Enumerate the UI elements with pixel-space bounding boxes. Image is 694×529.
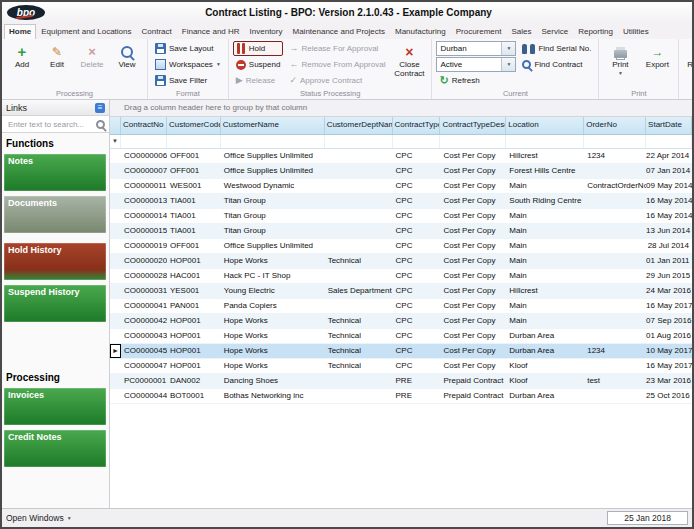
filter-cell-customerdeptname[interactable] <box>325 135 393 148</box>
table-row[interactable]: PC0000001DAN002Dancing ShoesPREPrepaid C… <box>110 374 692 389</box>
row-selector[interactable] <box>110 194 121 208</box>
sidebar-tile-invoices[interactable]: Invoices <box>4 388 106 425</box>
release-for-approval-button[interactable]: → Release For Approval <box>286 41 388 56</box>
tab-manufacturing[interactable]: Manufacturing <box>390 24 451 39</box>
table-row[interactable]: CO0000028HAC001Hack PC - IT ShopCPCCost … <box>110 269 692 284</box>
site-filter-value: Durban <box>440 44 466 53</box>
reports-button[interactable]: Reports ▼ <box>683 41 694 76</box>
filter-cell-contractno[interactable] <box>121 135 167 148</box>
row-selector[interactable] <box>110 389 121 403</box>
find-contract-button[interactable]: Find Contract <box>519 57 594 72</box>
row-selector[interactable] <box>110 239 121 253</box>
close-contract-button[interactable]: × Close Contract <box>391 41 427 79</box>
row-selector[interactable] <box>110 149 121 163</box>
row-selector[interactable] <box>110 224 121 238</box>
tab-procurement[interactable]: Procurement <box>451 24 507 39</box>
table-row[interactable]: CO0000015TIA001Titan GroupCPCCost Per Co… <box>110 224 692 239</box>
row-selector[interactable] <box>110 359 121 373</box>
sidebar-tile-documents[interactable]: Documents <box>4 196 106 233</box>
table-row[interactable]: CO0000042HOP001Hope WorksTechnicalCPCCos… <box>110 314 692 329</box>
print-button[interactable]: Print ▼ <box>603 41 637 76</box>
tab-inventory[interactable]: Inventory <box>245 24 288 39</box>
status-filter-dropdown[interactable]: Active ▼ <box>436 57 516 72</box>
table-row[interactable]: CO0000043HOP001Hope WorksTechnicalCPCCos… <box>110 329 692 344</box>
table-row[interactable]: CO0000031YES001Young ElectricSales Depar… <box>110 284 692 299</box>
tab-reporting[interactable]: Reporting <box>573 24 618 39</box>
column-header-customerdeptname[interactable]: CustomerDeptName <box>325 117 393 134</box>
export-button[interactable]: → Export <box>640 41 674 70</box>
group-by-panel[interactable]: Drag a column header here to group by th… <box>110 100 692 117</box>
tab-utilities[interactable]: Utilities <box>618 24 654 39</box>
table-row[interactable]: CO0000013TIA001Titan GroupCPCCost Per Co… <box>110 194 692 209</box>
table-row[interactable]: CO0000007OFF001Office Supplies Unlimited… <box>110 164 692 179</box>
save-layout-button[interactable]: Save Layout <box>152 41 224 56</box>
table-row[interactable]: CO0000041PAN001Panda CopiersCPCCost Per … <box>110 299 692 314</box>
row-selector[interactable] <box>110 179 121 193</box>
column-header-customercode[interactable]: CustomerCode <box>167 117 221 134</box>
open-windows-button[interactable]: Open Windows ▼ <box>6 513 72 523</box>
edit-icon: ✎ <box>52 46 62 58</box>
row-selector[interactable] <box>110 329 121 343</box>
filter-cell-location[interactable] <box>506 135 584 148</box>
workspaces-button[interactable]: Workspaces ▼ <box>152 57 224 72</box>
row-selector[interactable] <box>110 314 121 328</box>
row-selector[interactable] <box>110 164 121 178</box>
column-header-orderno[interactable]: OrderNo <box>584 117 646 134</box>
delete-button[interactable]: × Delete <box>76 41 108 70</box>
cell-startdate: 13 Jun 2014 <box>646 224 692 238</box>
row-selector[interactable] <box>110 299 121 313</box>
column-header-startdate[interactable]: StartDate <box>646 117 692 134</box>
tab-contract[interactable]: Contract <box>137 24 177 39</box>
filter-cell-customername[interactable] <box>221 135 325 148</box>
column-header-contracttype[interactable]: ContractType <box>393 117 441 134</box>
row-selector[interactable] <box>110 374 121 388</box>
column-header-contractno[interactable]: ContractNo <box>121 117 167 134</box>
filter-cell-startdate[interactable] <box>646 135 692 148</box>
column-header-customername[interactable]: CustomerName <box>221 117 325 134</box>
filter-cell-orderno[interactable] <box>584 135 646 148</box>
save-filter-button[interactable]: Save Filter <box>152 73 224 88</box>
approve-contract-button[interactable]: ✓ Approve Contract <box>286 73 388 88</box>
table-row[interactable]: CO0000006OFF001Office Supplies Unlimited… <box>110 149 692 164</box>
filter-cell-contracttypedesc[interactable] <box>440 135 506 148</box>
tab-maintenance-and-projects[interactable]: Maintenance and Projects <box>287 24 390 39</box>
row-selector[interactable] <box>110 209 121 223</box>
session-date[interactable]: 25 Jan 2018 <box>607 511 688 525</box>
table-row[interactable]: CO0000047HOP001Hope WorksTechnicalCPCCos… <box>110 359 692 374</box>
row-selector[interactable] <box>110 254 121 268</box>
remove-from-approval-button[interactable]: ← Remove From Approval <box>286 57 388 72</box>
column-header-location[interactable]: Location <box>506 117 584 134</box>
tab-equipment-and-locations[interactable]: Equipment and Locations <box>36 24 136 39</box>
edit-button[interactable]: ✎ Edit <box>41 41 73 70</box>
site-filter-dropdown[interactable]: Durban ▼ <box>436 41 516 56</box>
column-header-contracttypedesc[interactable]: ContractTypeDesc <box>440 117 506 134</box>
tab-home[interactable]: Home <box>4 24 36 39</box>
filter-cell-customercode[interactable] <box>167 135 221 148</box>
sidebar-tile-credit-notes[interactable]: Credit Notes <box>4 430 106 467</box>
sidebar-tile-hold-history[interactable]: Hold History <box>4 243 106 280</box>
tab-service[interactable]: Service <box>537 24 574 39</box>
hold-button[interactable]: Hold <box>233 41 284 56</box>
filter-cell-contracttype[interactable] <box>393 135 441 148</box>
row-selector[interactable] <box>110 269 121 283</box>
table-row[interactable]: CO0000011WES001Westwood DynamicCPCCost P… <box>110 179 692 194</box>
table-row[interactable]: CO0000019OFF001Office Supplies Unlimited… <box>110 239 692 254</box>
release-button[interactable]: ▶ Release <box>233 73 284 88</box>
table-row[interactable]: ►CO0000045HOP001Hope WorksTechnicalCPCCo… <box>110 344 692 359</box>
search-input[interactable] <box>6 119 92 130</box>
find-serial-no-button[interactable]: Find Serial No. <box>519 41 594 56</box>
suspend-button[interactable]: Suspend <box>233 57 284 72</box>
add-button[interactable]: + Add <box>6 41 38 70</box>
refresh-button[interactable]: ↻ Refresh <box>436 73 516 88</box>
table-row[interactable]: CO0000014TIA001Titan GroupCPCCost Per Co… <box>110 209 692 224</box>
tab-sales[interactable]: Sales <box>506 24 536 39</box>
view-button[interactable]: View <box>111 41 143 70</box>
table-row[interactable]: CO0000020HOP001Hope WorksTechnicalCPCCos… <box>110 254 692 269</box>
selected-row-indicator[interactable]: ► <box>110 344 121 358</box>
links-menu-icon[interactable]: ≡ <box>95 103 105 113</box>
sidebar-tile-notes[interactable]: Notes <box>4 154 106 191</box>
tab-finance-and-hr[interactable]: Finance and HR <box>177 24 245 39</box>
sidebar-tile-suspend-history[interactable]: Suspend History <box>4 285 106 322</box>
table-row[interactable]: CO0000044BOT0001Bothas Networking incPRE… <box>110 389 692 404</box>
row-selector[interactable] <box>110 284 121 298</box>
